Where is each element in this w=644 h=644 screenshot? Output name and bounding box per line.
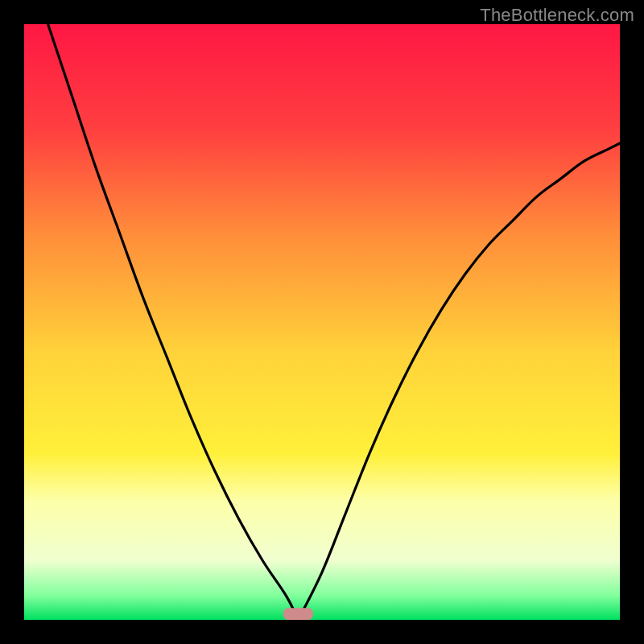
minimum-marker (283, 608, 313, 620)
watermark-text: TheBottleneck.com (480, 5, 634, 26)
plot-background (24, 24, 620, 620)
chart-stage: TheBottleneck.com (0, 0, 644, 644)
chart-svg (0, 0, 644, 644)
